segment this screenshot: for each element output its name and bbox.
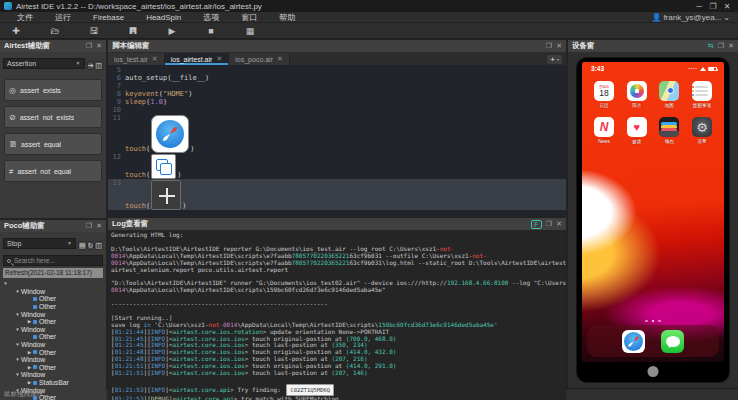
menu-item-窗口[interactable]: 窗口 <box>230 12 268 23</box>
reminders-app-icon[interactable] <box>692 81 712 101</box>
close-panel-icon[interactable]: ✕ <box>556 220 562 228</box>
chevron-down-icon[interactable]: ▼ <box>14 357 21 362</box>
chevron-down-icon[interactable]: ▼ <box>14 327 21 332</box>
account-menu[interactable]: 👤 frank_ys@yea... ⌄ <box>651 13 738 22</box>
assert_not_equal-button[interactable]: ≠assert_not_equal <box>4 160 102 182</box>
tree-node[interactable]: ▶Other <box>0 318 106 326</box>
minimize-button[interactable]: ─ <box>692 2 706 11</box>
close-tab-icon[interactable]: ✕ <box>152 55 158 63</box>
open-folder-icon[interactable]: 🗁 <box>49 26 61 36</box>
stop-icon[interactable]: ■ <box>205 26 217 36</box>
log-filter-button[interactable]: F <box>531 220 542 229</box>
rotate-device-icon[interactable]: ⇆ <box>708 42 714 50</box>
float-panel-icon[interactable]: ❐ <box>86 42 92 50</box>
tree-node[interactable]: ▶Other <box>0 348 106 356</box>
app-settings[interactable]: ⚙设置 <box>689 117 715 144</box>
app-maps[interactable]: 地图 <box>656 81 682 108</box>
run-icon[interactable]: ▶ <box>166 26 178 36</box>
menu-item-HeadSpin[interactable]: HeadSpin <box>135 13 192 22</box>
messages-dock-icon[interactable] <box>661 330 684 353</box>
assert_not_exists-button[interactable]: ⊘assert_not_exists <box>4 106 102 128</box>
maximize-button[interactable]: ❐ <box>706 2 720 11</box>
app-health[interactable]: ♥健康 <box>624 117 650 144</box>
home-button[interactable] <box>648 366 659 377</box>
tree-node[interactable]: Other <box>0 333 106 341</box>
tree-node[interactable]: ▶StatusBar <box>0 379 106 387</box>
tree-node[interactable]: ▼Window <box>0 356 106 364</box>
chevron-right-icon[interactable]: ▶ <box>26 365 33 370</box>
save-icon[interactable]: 🖫 <box>88 26 100 36</box>
close-tab-icon[interactable]: ✕ <box>216 55 222 63</box>
chevron-down-icon[interactable]: ▼ <box>2 281 9 286</box>
app-reminders[interactable]: 提醒事项 <box>689 81 715 108</box>
chevron-down-icon[interactable]: ▼ <box>14 312 21 317</box>
window-title: Airtest IDE v1.2.2 -- D:/workspace_airte… <box>16 2 692 11</box>
log-output[interactable]: Generating HTML log:D:\Tools\AirtestIDE\… <box>108 230 566 400</box>
log-token: ----------------------------------------… <box>111 300 328 307</box>
float-panel-icon[interactable]: ❐ <box>718 42 724 50</box>
close-panel-icon[interactable]: ✕ <box>728 42 734 50</box>
app-wallet[interactable]: 钱包 <box>656 117 682 144</box>
menu-item-帮助[interactable]: 帮助 <box>268 12 306 23</box>
calendar-app-icon[interactable]: 星期四18 <box>594 81 614 101</box>
menu-item-文件[interactable]: 文件 <box>6 12 44 23</box>
chevron-right-icon[interactable]: ▶ <box>26 319 33 324</box>
tree-node[interactable]: ▼Window <box>0 371 106 379</box>
app-calendar[interactable]: 星期四18日历 <box>591 81 617 108</box>
float-panel-icon[interactable]: ❐ <box>546 42 552 50</box>
tree-node[interactable]: ▼Window <box>0 288 106 296</box>
screenshot-button[interactable]: ◫ <box>94 61 103 70</box>
code-editor[interactable]: 56auto_setup(__file__)78keyevent("HOME")… <box>108 65 566 216</box>
app-news[interactable]: NNews <box>591 117 617 144</box>
line-number: 10 <box>108 106 125 114</box>
lock-button[interactable]: ▤ <box>78 241 87 250</box>
poco-refresh-row[interactable]: Refresh(2021-02-18 11:18:17) <box>3 268 103 278</box>
close-tab-icon[interactable]: ✕ <box>277 55 283 63</box>
menu-item-Firebase[interactable]: Firebase <box>82 13 135 22</box>
chevron-right-icon[interactable]: ▶ <box>26 380 33 385</box>
tab-ios_airtest.air[interactable]: ios_airtest.air✕ <box>165 53 230 65</box>
news-app-icon[interactable]: N <box>594 117 614 137</box>
tree-node[interactable]: ▼ <box>0 280 106 288</box>
settings-app-icon[interactable]: ⚙ <box>692 117 712 137</box>
iphone-screen[interactable]: 3:43 •••• 星期四18日历照片地图提醒事项NNews♥健康钱包⚙设置 <box>582 62 724 362</box>
tab-ios_poco.air[interactable]: ios_poco.air✕ <box>229 53 290 65</box>
close-button[interactable]: ✕ <box>720 2 734 11</box>
chevron-right-icon[interactable]: ▶ <box>26 350 33 355</box>
close-panel-icon[interactable]: ✕ <box>556 42 562 50</box>
tree-node[interactable]: Other <box>0 295 106 303</box>
tree-node[interactable]: ▶Other <box>0 364 106 372</box>
poco-search-input[interactable]: Search here... <box>3 255 103 266</box>
new-script-icon[interactable]: ✚ <box>10 26 22 36</box>
health-app-icon[interactable]: ♥ <box>627 117 647 137</box>
chevron-down-icon[interactable]: ▼ <box>14 372 21 377</box>
report-icon[interactable]: ▦ <box>244 26 256 36</box>
photos-app-icon[interactable] <box>627 81 647 101</box>
save-as-icon[interactable]: 🖪 <box>127 26 139 36</box>
new-script-button[interactable]: + ▾ <box>546 54 563 65</box>
close-panel-icon[interactable]: ✕ <box>96 42 102 50</box>
tree-node[interactable]: ▼Window <box>0 326 106 334</box>
code-token: 1.0 <box>150 98 163 106</box>
assert_exists-button[interactable]: ◎assert_exists <box>4 79 102 101</box>
safari-dock-icon[interactable] <box>622 330 645 353</box>
assert_equal-button[interactable]: 🖹assert_equal <box>4 133 102 155</box>
menu-item-选项[interactable]: 选项 <box>192 12 230 23</box>
tree-node[interactable]: ▼Window <box>0 341 106 349</box>
menu-item-运行[interactable]: 运行 <box>44 12 82 23</box>
app-photos[interactable]: 照片 <box>624 81 650 108</box>
maps-app-icon[interactable] <box>659 81 679 101</box>
close-panel-icon[interactable]: ✕ <box>96 222 102 230</box>
poco-mode-dropdown[interactable]: Stop ▼ <box>3 238 76 249</box>
chevron-down-icon[interactable]: ▼ <box>14 289 21 294</box>
tab-ios_test.air[interactable]: ios_test.air✕ <box>108 53 165 65</box>
capture-button[interactable]: ◫ <box>94 241 103 250</box>
chevron-down-icon[interactable]: ▼ <box>14 342 21 347</box>
tree-node[interactable]: Other <box>0 303 106 311</box>
assertion-dropdown[interactable]: Assertion ▼ <box>3 58 85 69</box>
tree-node[interactable]: ▼Window <box>0 310 106 318</box>
center-column: 脚本编辑窗 ❐ ✕ ios_test.air✕ios_airtest.air✕i… <box>108 40 566 388</box>
wallet-app-icon[interactable] <box>659 117 679 137</box>
float-panel-icon[interactable]: ❐ <box>546 220 552 228</box>
float-panel-icon[interactable]: ❐ <box>86 222 92 230</box>
